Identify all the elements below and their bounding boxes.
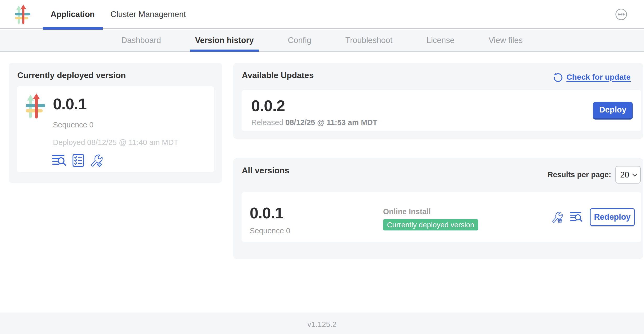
check-for-update-label: Check for update — [566, 73, 631, 81]
all-versions-card: All versions Results per page: 20 0.0.1 … — [233, 158, 643, 259]
status-badge: Currently deployed version — [383, 219, 478, 230]
available-update-row: 0.0.2 Released 08/12/25 @ 11:53 am MDT D… — [242, 90, 641, 131]
redeploy-button[interactable]: Redeploy — [590, 208, 635, 226]
available-updates-card: Available Updates Check for update 0.0.2… — [233, 63, 643, 139]
tab-application[interactable]: Application — [43, 0, 103, 29]
subnav-item-config[interactable]: Config — [282, 30, 316, 51]
active-tab-underline — [43, 27, 103, 30]
deployed-sequence: Sequence 0 — [53, 121, 94, 129]
edit-config-icon[interactable] — [90, 153, 103, 168]
ellipsis-icon — [616, 9, 627, 20]
tab-cluster-management[interactable]: Cluster Management — [103, 0, 194, 29]
currently-deployed-card: Currently deployed version 0.0.1 Sequenc… — [9, 63, 222, 183]
gear-icon — [97, 162, 102, 167]
row-actions: Redeploy — [551, 208, 635, 226]
version-row: 0.0.1 Sequence 0 Online Install Currentl… — [242, 192, 641, 242]
results-per-page-select[interactable]: 20 — [615, 166, 641, 184]
edit-config-icon[interactable] — [551, 211, 563, 224]
admin-console-window: Application Cluster Management Dashboard… — [0, 0, 644, 334]
subnav-item-troubleshoot[interactable]: Troubleshoot — [340, 30, 398, 51]
console-footer: v1.125.2 — [0, 313, 644, 334]
check-for-update-link[interactable]: Check for update — [552, 72, 631, 83]
tab-application-label: Application — [51, 10, 95, 19]
deployed-timestamp: Deployed 08/12/25 @ 11:40 am MDT — [53, 139, 178, 146]
results-per-page: Results per page: 20 — [548, 166, 641, 184]
update-released-line: Released 08/12/25 @ 11:53 am MDT — [251, 119, 377, 126]
console-version: v1.125.2 — [307, 320, 336, 329]
available-updates-title: Available Updates — [242, 71, 314, 80]
deployed-version-number: 0.0.1 — [53, 96, 86, 112]
more-menu-button[interactable] — [615, 8, 627, 20]
refresh-icon — [552, 72, 563, 83]
version-history-page: Currently deployed version 0.0.1 Sequenc… — [0, 52, 644, 313]
tab-cluster-management-label: Cluster Management — [111, 10, 186, 19]
subnav-item-view-files[interactable]: View files — [483, 30, 528, 51]
header-tabs: Application Cluster Management — [43, 0, 194, 29]
subnav-item-dashboard[interactable]: Dashboard — [116, 30, 166, 51]
deployed-actions — [52, 153, 103, 168]
top-nav: Application Cluster Management — [0, 0, 644, 29]
view-diff-icon[interactable] — [570, 211, 583, 223]
row-version-number: 0.0.1 — [250, 205, 283, 221]
app-subnav: Dashboard Version history Config Trouble… — [0, 30, 644, 52]
gear-icon — [558, 218, 562, 223]
update-released-timestamp: 08/12/25 @ 11:53 am MDT — [286, 118, 378, 127]
row-install-type: Online Install — [383, 208, 431, 216]
deployed-version-panel: 0.0.1 Sequence 0 Deployed 08/12/25 @ 11:… — [17, 86, 214, 172]
row-sequence: Sequence 0 — [250, 227, 290, 235]
results-per-page-label: Results per page: — [548, 171, 611, 179]
app-logo-icon — [15, 4, 30, 24]
deploy-button[interactable]: Deploy — [593, 102, 633, 120]
active-subnav-underline — [190, 50, 259, 52]
subnav-item-license[interactable]: License — [421, 30, 460, 51]
view-diff-icon[interactable] — [52, 154, 67, 167]
app-logo-icon — [25, 93, 46, 119]
preflight-checks-icon[interactable] — [72, 154, 84, 167]
all-versions-title: All versions — [242, 166, 289, 175]
subnav-item-version-history[interactable]: Version history — [190, 30, 259, 51]
update-version-number: 0.0.2 — [251, 98, 285, 114]
deployed-card-title: Currently deployed version — [17, 71, 126, 80]
